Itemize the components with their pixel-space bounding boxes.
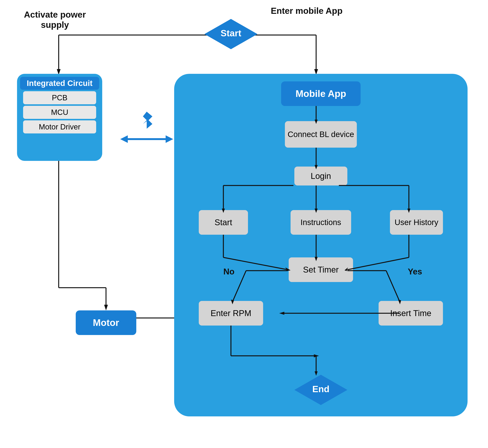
svg-text:End: End: [312, 384, 329, 394]
svg-marker-80: [314, 354, 319, 357]
connect-bl-box: Connect BL device: [285, 121, 357, 148]
svg-line-71: [233, 271, 246, 301]
mobile-app-container: Mobile App Connect BL device Login Start…: [174, 74, 468, 416]
set-timer-box: Set Timer: [289, 257, 353, 282]
ic-label: Integrated Circuit: [20, 77, 99, 90]
svg-marker-77: [279, 312, 284, 315]
diagram-container: Activate power supply Enter mobile App S…: [0, 0, 488, 448]
insert-time-box: Insert Time: [379, 301, 443, 326]
svg-text:Start: Start: [221, 28, 241, 38]
end-diamond: End: [294, 375, 347, 405]
ic-container: Integrated Circuit PCB MCU Motor Driver: [17, 74, 102, 161]
svg-line-74: [386, 271, 400, 301]
yes-label: Yes: [408, 267, 422, 276]
mcu-box: MCU: [23, 106, 96, 119]
motor-driver-box: Motor Driver: [23, 120, 96, 133]
pcb-box: PCB: [23, 91, 96, 104]
svg-marker-42: [104, 305, 108, 310]
instructions-box: Instructions: [291, 210, 351, 235]
user-history-box: User History: [390, 210, 443, 235]
start-branch-box: Start: [199, 210, 248, 235]
svg-marker-49: [120, 135, 173, 143]
bluetooth-area: [114, 110, 180, 148]
mobile-app-box: Mobile App: [281, 81, 360, 106]
svg-line-68: [347, 257, 409, 270]
enter-rpm-box: Enter RPM: [199, 301, 263, 326]
login-box: Login: [294, 167, 347, 185]
activate-power-label: Activate power supply: [19, 9, 91, 30]
start-diamond: Start: [204, 19, 257, 49]
no-label: No: [223, 267, 234, 276]
motor-box: Motor: [76, 310, 136, 335]
enter-mobile-label: Enter mobile App: [271, 6, 343, 16]
